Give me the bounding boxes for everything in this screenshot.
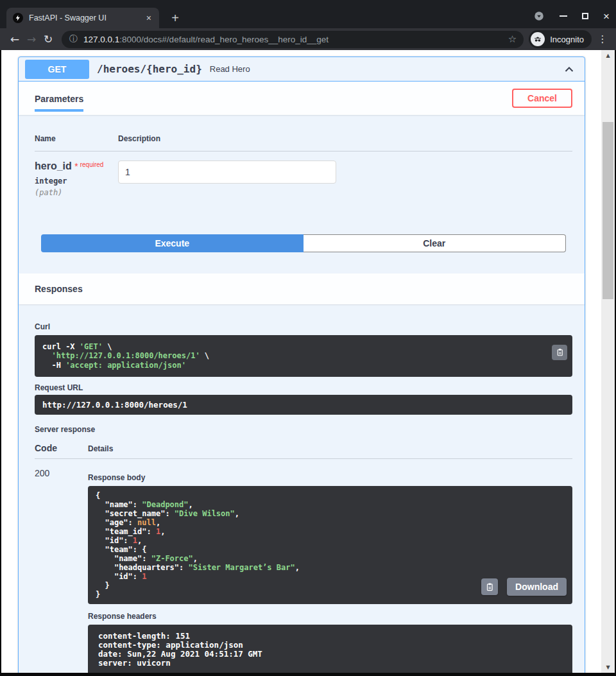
- clipboard-icon: [556, 348, 564, 356]
- address-bar[interactable]: ⓘ 127.0.0.1 :8000/docs#/default/read_her…: [62, 31, 524, 48]
- clipboard-icon: [485, 582, 494, 591]
- scrollbar-thumb[interactable]: [603, 122, 613, 299]
- required-asterisk: *: [74, 161, 78, 171]
- clear-button[interactable]: Clear: [304, 234, 567, 252]
- window-close-icon[interactable]: ×: [603, 11, 610, 22]
- tab-title: FastAPI - Swagger UI: [29, 13, 145, 22]
- parameter-name: hero_id: [35, 160, 72, 171]
- col-header-details: Details: [88, 444, 113, 453]
- response-headers-block: content-length: 151content-type: applica…: [88, 625, 572, 673]
- response-headers-label: Response headers: [88, 612, 572, 621]
- bookmark-star-icon[interactable]: ☆: [508, 33, 517, 45]
- incognito-icon: [531, 32, 545, 46]
- scroll-up-icon[interactable]: ▲: [601, 53, 615, 58]
- server-response-row: 200 Response body { "name": "Deadpond", …: [35, 459, 572, 673]
- window-controls: ×: [533, 8, 610, 24]
- response-copy-button[interactable]: [481, 578, 498, 595]
- curl-label: Curl: [35, 322, 572, 331]
- tab-strip: FastAPI - Swagger UI × + ×: [0, 0, 616, 28]
- parameters-header: Parameters Cancel: [19, 82, 585, 115]
- browser-menu-icon[interactable]: ⋮: [595, 33, 610, 45]
- curl-command-block: curl -X 'GET' \ 'http://127.0.0.1:8000/h…: [35, 335, 572, 377]
- incognito-badge: Incognito: [529, 30, 592, 48]
- response-body-label: Response body: [88, 473, 572, 482]
- opblock-get-heroes: GET /heroes/{hero_id} Read Hero Paramete…: [18, 56, 585, 673]
- hero-id-input[interactable]: [118, 160, 336, 184]
- browser-update-icon[interactable]: [533, 10, 545, 22]
- responses-body: Curl curl -X 'GET' \ 'http://127.0.0.1:8…: [19, 304, 585, 673]
- status-code: 200: [35, 468, 88, 673]
- col-header-name: Name: [35, 134, 118, 143]
- swagger-page: GET /heroes/{hero_id} Read Hero Paramete…: [1, 50, 601, 673]
- parameters-body: Name Description hero_id *required integ…: [19, 115, 585, 273]
- parameter-value-cell: [118, 160, 336, 197]
- required-label: required: [80, 161, 104, 168]
- page-scrollbar[interactable]: ▲ ▼: [601, 50, 615, 673]
- response-details-cell: Response body { "name": "Deadpond", "sec…: [88, 468, 572, 673]
- endpoint-path: /heroes/{hero_id}: [97, 63, 202, 75]
- browser-tab[interactable]: FastAPI - Swagger UI ×: [6, 8, 159, 28]
- execute-button[interactable]: Execute: [41, 234, 304, 252]
- response-body-block: { "name": "Deadpond", "secret_name": "Di…: [88, 486, 572, 604]
- new-tab-button[interactable]: +: [167, 10, 184, 26]
- reload-icon[interactable]: ↻: [40, 33, 56, 46]
- curl-copy-button[interactable]: [552, 345, 567, 360]
- col-header-description: Description: [118, 134, 160, 143]
- responses-title: Responses: [35, 284, 83, 294]
- response-body-actions: Download: [481, 578, 567, 596]
- browser-toolbar: ← → ↻ ⓘ 127.0.0.1 :8000/docs#/default/re…: [0, 28, 616, 50]
- tab-close-icon[interactable]: ×: [145, 13, 153, 22]
- execute-row: Execute Clear: [35, 234, 572, 252]
- cancel-button[interactable]: Cancel: [512, 89, 572, 108]
- tab-parameters[interactable]: Parameters: [35, 85, 83, 112]
- minimize-icon[interactable]: [560, 15, 567, 17]
- back-icon[interactable]: ←: [6, 33, 23, 46]
- endpoint-summary: Read Hero: [210, 64, 250, 74]
- site-info-icon[interactable]: ⓘ: [69, 33, 78, 45]
- server-response-label: Server response: [35, 425, 572, 434]
- method-badge: GET: [25, 60, 89, 79]
- parameter-type: integer: [35, 177, 118, 186]
- fastapi-favicon-icon: [13, 13, 23, 23]
- request-url-block: http://127.0.0.1:8000/heroes/1: [35, 395, 572, 415]
- maximize-icon[interactable]: [582, 13, 588, 19]
- server-response-table-head: Code Details: [35, 443, 572, 459]
- url-host: 127.0.0.1: [83, 35, 119, 44]
- download-button[interactable]: Download: [507, 578, 567, 596]
- responses-header: Responses: [19, 273, 585, 304]
- forward-icon[interactable]: →: [23, 33, 40, 46]
- scroll-down-icon[interactable]: ▼: [601, 664, 615, 670]
- col-header-code: Code: [35, 443, 88, 453]
- page-viewport: GET /heroes/{hero_id} Read Hero Paramete…: [0, 50, 616, 676]
- opblock-summary[interactable]: GET /heroes/{hero_id} Read Hero: [19, 57, 585, 82]
- url-path: :8000/docs#/default/read_hero_heroes__he…: [119, 35, 502, 44]
- request-url-label: Request URL: [35, 383, 572, 392]
- parameters-table-head: Name Description: [35, 134, 572, 152]
- incognito-label: Incognito: [550, 35, 584, 44]
- collapse-chevron-icon[interactable]: [560, 60, 578, 78]
- browser-window: FastAPI - Swagger UI × + × ← → ↻ ⓘ 127.0…: [0, 0, 616, 676]
- parameter-in: (path): [35, 188, 118, 197]
- parameter-row: hero_id *required integer (path): [35, 152, 572, 197]
- parameter-name-cell: hero_id *required integer (path): [35, 160, 118, 197]
